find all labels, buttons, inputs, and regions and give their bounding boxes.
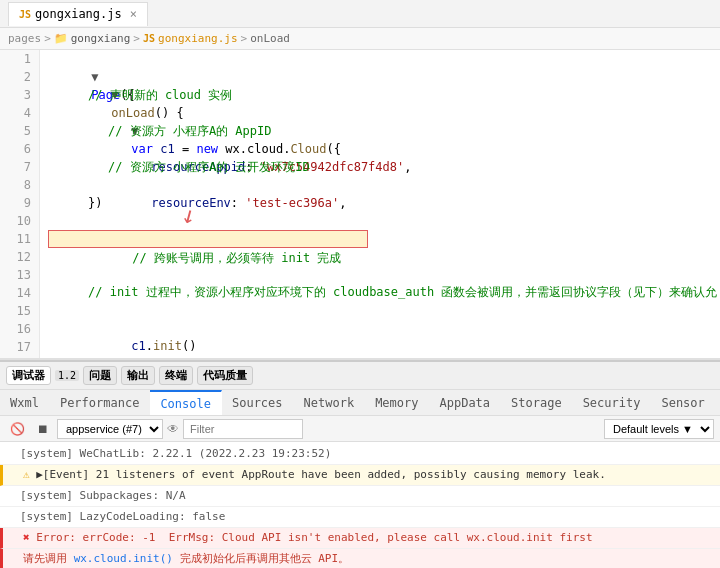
breadcrumb-fn: onLoad: [250, 32, 290, 45]
console-msg-6: 请先调用 wx.cloud.init() 完成初始化后再调用其他云 API。: [0, 549, 720, 568]
tab-security[interactable]: Security: [573, 390, 652, 415]
tab-sensor[interactable]: Sensor: [651, 390, 715, 415]
breadcrumb-folder: 📁: [54, 32, 68, 45]
code-editor: 1 2 3 4 5 6 7 8 9 10 11 12 13 14 15 16 1…: [0, 50, 720, 360]
tab-network[interactable]: Network: [294, 390, 366, 415]
console-output: [system] WeChatLib: 2.22.1 (2022.2.23 19…: [0, 442, 720, 568]
tab-appdata[interactable]: AppData: [429, 390, 501, 415]
tab-sources[interactable]: Sources: [222, 390, 294, 415]
code-line-5: // 资源方 小程序A的 AppID: [48, 122, 712, 140]
tab-memory[interactable]: Memory: [365, 390, 429, 415]
js-icon: JS: [19, 9, 31, 20]
warning-icon: ⚠: [23, 468, 30, 481]
devtools-header: 调试器 1.2 问题 输出 终端 代码质量: [0, 362, 720, 390]
breadcrumb-file-icon: JS: [143, 33, 155, 44]
code-lines: ▼ Page({ ▼ onLoad() { // 声明新的 cloud 实例 ▼…: [40, 50, 720, 358]
breadcrumb: pages > 📁 gongxiang > JS gongxiang.js > …: [0, 28, 720, 50]
code-line-16: // wx.cloud.database().collection('xiaos…: [48, 355, 712, 358]
default-levels-select[interactable]: Default levels ▼: [604, 419, 714, 439]
appservice-select[interactable]: appservice (#7): [57, 419, 163, 439]
top-bar: JS gongxiang.js ×: [0, 0, 720, 28]
breadcrumb-file[interactable]: gongxiang.js: [158, 32, 237, 45]
eye-icon[interactable]: 👁: [167, 422, 179, 436]
code-line-2: ▼ onLoad() {: [48, 68, 712, 86]
code-line-12: // init 过程中，资源小程序对应环境下的 cloudbase_auth 函…: [48, 283, 712, 301]
devtools-panel: 调试器 1.2 问题 输出 终端 代码质量 Wxml Performance C…: [0, 360, 720, 568]
console-toolbar: 🚫 ⏹ appservice (#7) 👁 Default levels ▼: [0, 416, 720, 442]
console-msg-1: [system] WeChatLib: 2.22.1 (2022.2.23 19…: [0, 444, 720, 465]
badge-version: 1.2: [55, 370, 79, 381]
code-line-13: [48, 301, 712, 319]
tab-console[interactable]: Console: [150, 390, 222, 415]
tab-mock[interactable]: Mock: [716, 390, 720, 415]
breadcrumb-pages[interactable]: pages: [8, 32, 41, 45]
sep2: >: [133, 32, 140, 45]
sep1: >: [44, 32, 51, 45]
stop-button[interactable]: ⏹: [33, 420, 53, 438]
badge-output[interactable]: 输出: [121, 366, 155, 385]
console-msg-2: ⚠ ▶[Event] 21 listeners of event AppRout…: [0, 465, 720, 486]
code-line-10: [48, 212, 712, 230]
code-line-14: c1.init(): [48, 319, 712, 337]
devtools-tabs: Wxml Performance Console Sources Network…: [0, 390, 720, 416]
tab-wxml[interactable]: Wxml: [0, 390, 50, 415]
file-tab[interactable]: JS gongxiang.js ×: [8, 2, 148, 26]
console-msg-4: [system] LazyCodeLoading: false: [0, 507, 720, 528]
code-line-11: // 跨账号调用，必须等待 init 完成: [48, 230, 368, 248]
expand-1[interactable]: ▼: [91, 70, 98, 84]
clear-console-button[interactable]: 🚫: [6, 420, 29, 438]
tab-performance[interactable]: Performance: [50, 390, 150, 415]
tab-close[interactable]: ×: [130, 7, 137, 21]
cloud-init-link[interactable]: wx.cloud.init(): [74, 552, 173, 565]
tab-filename: gongxiang.js: [35, 7, 122, 21]
error-icon: ✖: [23, 531, 30, 544]
sep3: >: [241, 32, 248, 45]
line-numbers: 1 2 3 4 5 6 7 8 9 10 11 12 13 14 15 16 1…: [0, 50, 40, 358]
badge-issues[interactable]: 问题: [83, 366, 117, 385]
console-msg-3: [system] Subpackages: N/A: [0, 486, 720, 507]
code-line-3: // 声明新的 cloud 实例: [48, 86, 712, 104]
breadcrumb-gongxiang[interactable]: gongxiang: [71, 32, 131, 45]
tab-storage[interactable]: Storage: [501, 390, 573, 415]
code-line-8: resourceEnv: 'test-ec396a',: [48, 176, 712, 194]
code-line-1: ▼ Page({: [48, 50, 712, 68]
badge-debugger[interactable]: 调试器: [6, 366, 51, 385]
badge-terminal[interactable]: 终端: [159, 366, 193, 385]
filter-input[interactable]: [183, 419, 303, 439]
console-msg-5: ✖ Error: errCode: -1 ErrMsg: Cloud API i…: [0, 528, 720, 549]
badge-quality[interactable]: 代码质量: [197, 366, 253, 385]
